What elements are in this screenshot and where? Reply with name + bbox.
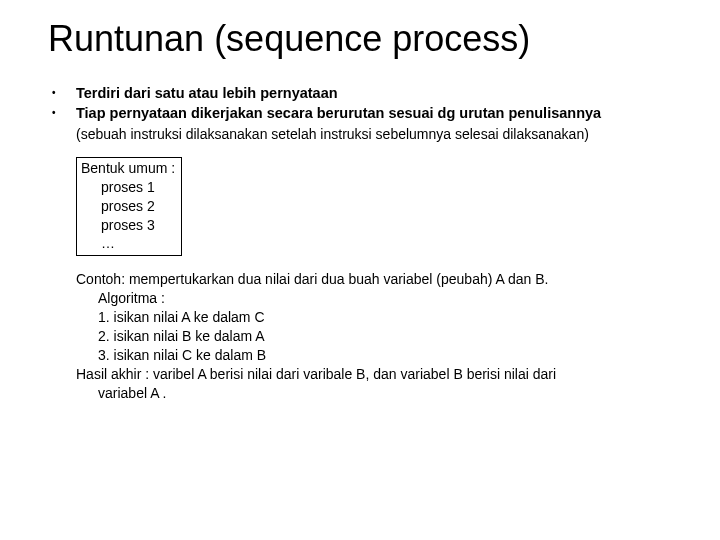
- slide-container: Runtunan (sequence process) Terdiri dari…: [0, 0, 720, 540]
- bullet-item: Tiap pernyataan dikerjakan secara beruru…: [48, 104, 672, 123]
- example-intro: Contoh: mempertukarkan dua nilai dari du…: [76, 270, 672, 289]
- algorithm-step: 1. isikan nilai A ke dalam C: [76, 308, 672, 327]
- general-form-box: Bentuk umum : proses 1 proses 2 proses 3…: [76, 157, 182, 256]
- algorithm-step: 3. isikan nilai C ke dalam B: [76, 346, 672, 365]
- slide-title: Runtunan (sequence process): [48, 18, 672, 60]
- example-block: Contoh: mempertukarkan dua nilai dari du…: [76, 270, 672, 402]
- general-form-line: …: [81, 234, 175, 253]
- result-text: Hasil akhir : varibel A berisi nilai dar…: [76, 365, 672, 384]
- note-text: (sebuah instruksi dilaksanakan setelah i…: [48, 125, 672, 143]
- bullet-list: Terdiri dari satu atau lebih pernyataan …: [48, 84, 672, 123]
- algorithm-step: 2. isikan nilai B ke dalam A: [76, 327, 672, 346]
- result-text-cont: variabel A .: [76, 384, 672, 403]
- general-form-line: proses 1: [81, 178, 175, 197]
- algorithm-header: Algoritma :: [76, 289, 672, 308]
- general-form-line: proses 2: [81, 197, 175, 216]
- bullet-item: Terdiri dari satu atau lebih pernyataan: [48, 84, 672, 103]
- general-form-line: proses 3: [81, 216, 175, 235]
- general-form-header: Bentuk umum :: [81, 159, 175, 178]
